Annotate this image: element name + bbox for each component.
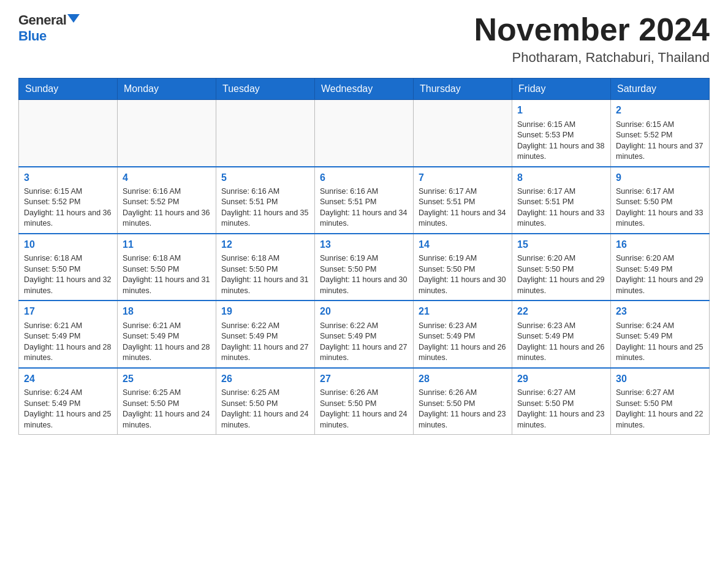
day-info: Sunrise: 6:24 AMSunset: 5:49 PMDaylight:… xyxy=(616,321,704,364)
day-number: 16 xyxy=(616,238,704,251)
calendar-cell: 26Sunrise: 6:25 AMSunset: 5:50 PMDayligh… xyxy=(216,368,315,435)
day-number: 12 xyxy=(221,238,309,251)
calendar-week-row: 1Sunrise: 6:15 AMSunset: 5:53 PMDaylight… xyxy=(19,100,710,167)
day-info: Sunrise: 6:18 AMSunset: 5:50 PMDaylight:… xyxy=(24,253,112,296)
page-header: General Blue November 2024 Photharam, Ra… xyxy=(18,12,710,66)
calendar-cell: 2Sunrise: 6:15 AMSunset: 5:52 PMDaylight… xyxy=(611,100,710,167)
day-number: 11 xyxy=(123,238,211,251)
calendar-cell: 24Sunrise: 6:24 AMSunset: 5:49 PMDayligh… xyxy=(19,368,118,435)
weekday-header-wednesday: Wednesday xyxy=(315,79,414,100)
calendar-cell xyxy=(19,100,118,167)
day-info: Sunrise: 6:25 AMSunset: 5:50 PMDaylight:… xyxy=(123,388,211,431)
day-number: 29 xyxy=(517,372,605,386)
day-number: 17 xyxy=(24,305,112,318)
day-info: Sunrise: 6:15 AMSunset: 5:52 PMDaylight:… xyxy=(616,120,704,163)
day-number: 14 xyxy=(419,238,507,251)
calendar-cell: 27Sunrise: 6:26 AMSunset: 5:50 PMDayligh… xyxy=(315,368,414,435)
calendar-cell: 17Sunrise: 6:21 AMSunset: 5:49 PMDayligh… xyxy=(19,301,118,367)
day-info: Sunrise: 6:16 AMSunset: 5:51 PMDaylight:… xyxy=(221,186,309,229)
calendar-cell xyxy=(315,100,414,167)
day-info: Sunrise: 6:20 AMSunset: 5:50 PMDaylight:… xyxy=(517,253,605,296)
calendar-cell xyxy=(216,100,315,167)
calendar-cell xyxy=(414,100,512,167)
day-number: 27 xyxy=(320,372,408,386)
day-number: 2 xyxy=(616,104,704,117)
calendar-week-row: 3Sunrise: 6:15 AMSunset: 5:52 PMDaylight… xyxy=(19,167,710,234)
day-info: Sunrise: 6:15 AMSunset: 5:52 PMDaylight:… xyxy=(24,186,112,229)
day-info: Sunrise: 6:15 AMSunset: 5:53 PMDaylight:… xyxy=(517,120,605,163)
day-info: Sunrise: 6:23 AMSunset: 5:49 PMDaylight:… xyxy=(517,321,605,364)
calendar-cell: 4Sunrise: 6:16 AMSunset: 5:52 PMDaylight… xyxy=(118,167,216,234)
calendar-cell: 13Sunrise: 6:19 AMSunset: 5:50 PMDayligh… xyxy=(315,234,414,301)
calendar-cell: 14Sunrise: 6:19 AMSunset: 5:50 PMDayligh… xyxy=(414,234,512,301)
weekday-header-monday: Monday xyxy=(118,79,216,100)
logo-general-text: General xyxy=(18,12,66,28)
day-info: Sunrise: 6:16 AMSunset: 5:51 PMDaylight:… xyxy=(320,186,408,229)
calendar-cell: 18Sunrise: 6:21 AMSunset: 5:49 PMDayligh… xyxy=(118,301,216,367)
logo: General Blue xyxy=(18,12,80,44)
day-number: 23 xyxy=(616,305,704,318)
logo-blue-text: Blue xyxy=(18,28,47,44)
location-title: Photharam, Ratchaburi, Thailand xyxy=(474,50,710,66)
day-number: 6 xyxy=(320,171,408,185)
day-number: 10 xyxy=(24,238,112,251)
weekday-header-friday: Friday xyxy=(512,79,611,100)
calendar-cell: 10Sunrise: 6:18 AMSunset: 5:50 PMDayligh… xyxy=(19,234,118,301)
day-info: Sunrise: 6:27 AMSunset: 5:50 PMDaylight:… xyxy=(517,388,605,431)
day-number: 5 xyxy=(221,171,309,185)
day-number: 28 xyxy=(419,372,507,386)
calendar-week-row: 10Sunrise: 6:18 AMSunset: 5:50 PMDayligh… xyxy=(19,234,710,301)
calendar-cell: 11Sunrise: 6:18 AMSunset: 5:50 PMDayligh… xyxy=(118,234,216,301)
title-block: November 2024 Photharam, Ratchaburi, Tha… xyxy=(474,12,710,66)
day-info: Sunrise: 6:17 AMSunset: 5:51 PMDaylight:… xyxy=(419,186,507,229)
day-info: Sunrise: 6:26 AMSunset: 5:50 PMDaylight:… xyxy=(419,388,507,431)
day-info: Sunrise: 6:25 AMSunset: 5:50 PMDaylight:… xyxy=(221,388,309,431)
day-number: 18 xyxy=(123,305,211,318)
day-number: 15 xyxy=(517,238,605,251)
day-number: 26 xyxy=(221,372,309,386)
calendar-table: SundayMondayTuesdayWednesdayThursdayFrid… xyxy=(18,78,710,435)
calendar-cell: 5Sunrise: 6:16 AMSunset: 5:51 PMDaylight… xyxy=(216,167,315,234)
calendar-cell: 25Sunrise: 6:25 AMSunset: 5:50 PMDayligh… xyxy=(118,368,216,435)
weekday-header-tuesday: Tuesday xyxy=(216,79,315,100)
day-number: 25 xyxy=(123,372,211,386)
calendar-week-row: 24Sunrise: 6:24 AMSunset: 5:49 PMDayligh… xyxy=(19,368,710,435)
day-info: Sunrise: 6:19 AMSunset: 5:50 PMDaylight:… xyxy=(419,253,507,296)
weekday-header-thursday: Thursday xyxy=(414,79,512,100)
calendar-cell: 6Sunrise: 6:16 AMSunset: 5:51 PMDaylight… xyxy=(315,167,414,234)
calendar-cell: 29Sunrise: 6:27 AMSunset: 5:50 PMDayligh… xyxy=(512,368,611,435)
calendar-cell: 19Sunrise: 6:22 AMSunset: 5:49 PMDayligh… xyxy=(216,301,315,367)
day-info: Sunrise: 6:23 AMSunset: 5:49 PMDaylight:… xyxy=(419,321,507,364)
day-info: Sunrise: 6:17 AMSunset: 5:51 PMDaylight:… xyxy=(517,186,605,229)
day-info: Sunrise: 6:19 AMSunset: 5:50 PMDaylight:… xyxy=(320,253,408,296)
day-number: 13 xyxy=(320,238,408,251)
day-info: Sunrise: 6:18 AMSunset: 5:50 PMDaylight:… xyxy=(221,253,309,296)
day-info: Sunrise: 6:24 AMSunset: 5:49 PMDaylight:… xyxy=(24,388,112,431)
calendar-cell: 15Sunrise: 6:20 AMSunset: 5:50 PMDayligh… xyxy=(512,234,611,301)
weekday-header-saturday: Saturday xyxy=(611,79,710,100)
month-title: November 2024 xyxy=(474,12,710,47)
day-info: Sunrise: 6:16 AMSunset: 5:52 PMDaylight:… xyxy=(123,186,211,229)
calendar-cell: 16Sunrise: 6:20 AMSunset: 5:49 PMDayligh… xyxy=(611,234,710,301)
calendar-cell: 3Sunrise: 6:15 AMSunset: 5:52 PMDaylight… xyxy=(19,167,118,234)
calendar-cell: 22Sunrise: 6:23 AMSunset: 5:49 PMDayligh… xyxy=(512,301,611,367)
day-info: Sunrise: 6:22 AMSunset: 5:49 PMDaylight:… xyxy=(320,321,408,364)
day-info: Sunrise: 6:17 AMSunset: 5:50 PMDaylight:… xyxy=(616,186,704,229)
calendar-cell: 8Sunrise: 6:17 AMSunset: 5:51 PMDaylight… xyxy=(512,167,611,234)
calendar-cell: 21Sunrise: 6:23 AMSunset: 5:49 PMDayligh… xyxy=(414,301,512,367)
calendar-cell: 1Sunrise: 6:15 AMSunset: 5:53 PMDaylight… xyxy=(512,100,611,167)
calendar-cell: 9Sunrise: 6:17 AMSunset: 5:50 PMDaylight… xyxy=(611,167,710,234)
calendar-cell xyxy=(118,100,216,167)
calendar-cell: 7Sunrise: 6:17 AMSunset: 5:51 PMDaylight… xyxy=(414,167,512,234)
calendar-week-row: 17Sunrise: 6:21 AMSunset: 5:49 PMDayligh… xyxy=(19,301,710,367)
weekday-header-row: SundayMondayTuesdayWednesdayThursdayFrid… xyxy=(19,79,710,100)
day-number: 9 xyxy=(616,171,704,185)
day-info: Sunrise: 6:21 AMSunset: 5:49 PMDaylight:… xyxy=(123,321,211,364)
day-number: 20 xyxy=(320,305,408,318)
calendar-cell: 28Sunrise: 6:26 AMSunset: 5:50 PMDayligh… xyxy=(414,368,512,435)
day-info: Sunrise: 6:22 AMSunset: 5:49 PMDaylight:… xyxy=(221,321,309,364)
day-info: Sunrise: 6:20 AMSunset: 5:49 PMDaylight:… xyxy=(616,253,704,296)
calendar-cell: 30Sunrise: 6:27 AMSunset: 5:50 PMDayligh… xyxy=(611,368,710,435)
day-number: 30 xyxy=(616,372,704,386)
logo-triangle-icon xyxy=(67,14,80,23)
